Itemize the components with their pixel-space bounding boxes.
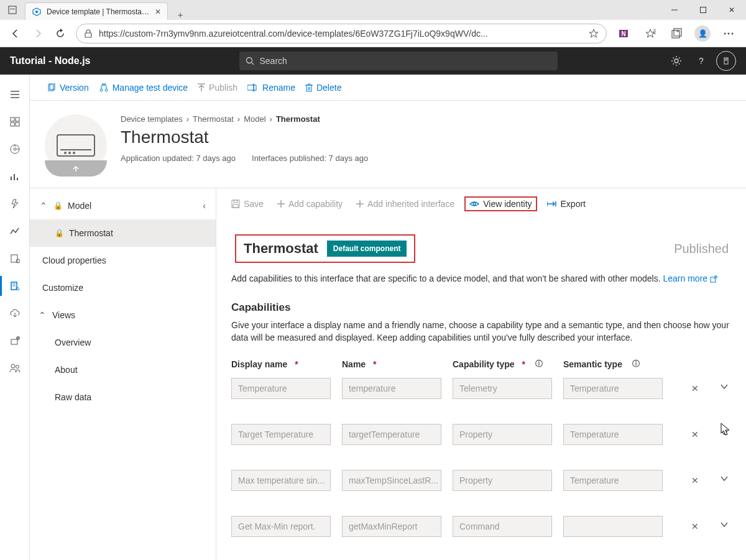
more-icon[interactable] bbox=[716, 24, 741, 43]
component-title: Thermostat bbox=[244, 241, 318, 257]
capability-semantic-type-field[interactable]: Temperature bbox=[563, 424, 663, 445]
export-button[interactable]: Export bbox=[543, 196, 589, 211]
browser-tab[interactable]: Device template | Thermostat, Tu ✕ bbox=[25, 2, 168, 20]
tree-about[interactable]: About bbox=[30, 356, 216, 383]
onenote-extension-icon[interactable]: N bbox=[612, 24, 637, 43]
rename-button[interactable]: Rename bbox=[245, 80, 298, 95]
url-box[interactable]: https://custom-7rn3ymv9nm.azureiotcentra… bbox=[76, 24, 607, 44]
tree-thermostat[interactable]: 🔒 Thermostat bbox=[30, 219, 216, 247]
rail-menu-icon[interactable] bbox=[0, 81, 30, 108]
svg-rect-45 bbox=[11, 339, 17, 344]
tree-cloud-properties[interactable]: Cloud properties bbox=[30, 247, 216, 274]
expand-row-icon[interactable] bbox=[720, 429, 732, 439]
account-icon[interactable] bbox=[716, 51, 736, 71]
collapse-panel-icon[interactable]: ‹ bbox=[203, 201, 206, 211]
remove-row-icon[interactable]: ✕ bbox=[689, 429, 701, 439]
capability-display-name-field[interactable]: Max temperature sin... bbox=[231, 470, 331, 491]
rail-admin-icon[interactable] bbox=[0, 327, 30, 354]
capability-display-name-field[interactable]: Get Max-Min report. bbox=[231, 516, 331, 537]
capability-display-name-field[interactable]: Target Temperature bbox=[231, 424, 331, 445]
delete-label: Delete bbox=[316, 83, 341, 93]
rail-devices-icon[interactable] bbox=[0, 135, 30, 163]
capability-capability-type-field[interactable]: Telemetry bbox=[453, 378, 552, 399]
save-label: Save bbox=[244, 199, 264, 209]
svg-point-55 bbox=[105, 89, 108, 91]
forward-button[interactable] bbox=[29, 24, 47, 43]
tab-title: Device template | Thermostat, Tu bbox=[47, 7, 150, 16]
expand-row-icon[interactable] bbox=[720, 521, 732, 531]
svg-point-21 bbox=[675, 59, 678, 63]
rail-export-icon[interactable] bbox=[0, 300, 30, 327]
capability-name-field[interactable]: targetTemperature bbox=[342, 424, 441, 445]
svg-point-54 bbox=[100, 89, 103, 91]
tree-model[interactable]: ⌃ 🔒 Model ‹ bbox=[30, 192, 216, 219]
capability-capability-type-field[interactable]: Command bbox=[453, 516, 552, 537]
refresh-button[interactable] bbox=[51, 24, 70, 43]
close-window-button[interactable]: ✕ bbox=[717, 0, 746, 20]
app-updated-text: Application updated: 7 days ago bbox=[121, 154, 236, 163]
tree-views[interactable]: ⌃ Views bbox=[30, 301, 216, 329]
expand-row-icon[interactable] bbox=[720, 383, 732, 393]
remove-row-icon[interactable]: ✕ bbox=[689, 383, 701, 393]
version-button[interactable]: Version bbox=[45, 80, 91, 95]
rail-dashboard-icon[interactable] bbox=[0, 108, 30, 135]
expand-row-icon[interactable] bbox=[720, 475, 732, 485]
capability-capability-type-field[interactable]: Property bbox=[453, 470, 552, 491]
remove-row-icon[interactable]: ✕ bbox=[689, 521, 701, 531]
capability-name-field[interactable]: temperature bbox=[342, 378, 441, 399]
svg-rect-1 bbox=[10, 9, 15, 9]
rail-users-icon[interactable] bbox=[0, 354, 30, 382]
rail-jobs-icon[interactable] bbox=[0, 245, 30, 272]
favorites-icon[interactable] bbox=[638, 24, 663, 43]
new-tab-button[interactable]: + bbox=[172, 10, 189, 20]
learn-more-link[interactable]: Learn more bbox=[663, 273, 717, 283]
capability-semantic-type-field[interactable]: Temperature bbox=[563, 470, 663, 491]
crumb-model[interactable]: Model bbox=[244, 114, 265, 124]
command-bar: Version Manage test device Publish Renam… bbox=[30, 75, 746, 101]
favorite-icon[interactable] bbox=[589, 29, 599, 39]
chevron-up-icon: ⌃ bbox=[39, 310, 47, 320]
row-actions: ✕ bbox=[689, 521, 732, 531]
svg-rect-70 bbox=[234, 200, 237, 203]
tree-overview[interactable]: Overview bbox=[30, 329, 216, 356]
crumb-thermostat[interactable]: Thermostat bbox=[193, 114, 234, 124]
capability-row: TemperaturetemperatureTelemetryTemperatu… bbox=[231, 378, 732, 399]
crumb-device-templates[interactable]: Device templates bbox=[121, 114, 183, 124]
manage-test-device-button[interactable]: Manage test device bbox=[96, 80, 190, 95]
tree-overview-label: Overview bbox=[55, 337, 91, 347]
capabilities-headers: Display name * Name * Capability type * … bbox=[231, 359, 732, 369]
help-icon[interactable]: ? bbox=[691, 51, 711, 71]
row-actions: ✕ bbox=[689, 429, 732, 439]
rail-analytics-icon[interactable] bbox=[0, 163, 30, 190]
view-identity-button[interactable]: View identity bbox=[464, 196, 536, 211]
delete-button[interactable]: Delete bbox=[303, 80, 344, 95]
capability-display-name-field[interactable]: Temperature bbox=[231, 378, 331, 399]
capability-name-field[interactable]: getMaxMinReport bbox=[342, 516, 441, 537]
component-header-row: Thermostat Default component Published bbox=[231, 229, 732, 268]
close-tab-icon[interactable]: ✕ bbox=[155, 7, 161, 16]
svg-rect-28 bbox=[11, 117, 14, 121]
rail-rules-icon[interactable] bbox=[0, 190, 30, 218]
capability-semantic-type-field[interactable]: Temperature bbox=[563, 378, 663, 399]
capability-row: Max temperature sin...maxTempSinceLastR.… bbox=[231, 470, 732, 491]
rail-chart-icon[interactable] bbox=[0, 218, 30, 245]
minimize-button[interactable] bbox=[660, 0, 689, 20]
tree-raw-data[interactable]: Raw data bbox=[30, 383, 216, 411]
settings-icon[interactable] bbox=[666, 51, 686, 71]
maximize-button[interactable] bbox=[689, 0, 717, 20]
info-icon[interactable]: ⓘ bbox=[535, 359, 543, 369]
capability-name-field[interactable]: maxTempSinceLastR... bbox=[342, 470, 441, 491]
search-box[interactable]: Search bbox=[239, 52, 558, 70]
remove-row-icon[interactable]: ✕ bbox=[689, 475, 701, 485]
capability-semantic-type-field[interactable] bbox=[563, 516, 663, 537]
collections-icon[interactable] bbox=[664, 24, 689, 43]
back-button[interactable] bbox=[6, 24, 25, 43]
site-info-icon[interactable] bbox=[84, 29, 93, 38]
rail-templates-icon[interactable] bbox=[0, 272, 30, 300]
capability-capability-type-field[interactable]: Property bbox=[453, 424, 552, 445]
info-icon[interactable]: ⓘ bbox=[632, 359, 640, 369]
tree-customize[interactable]: Customize bbox=[30, 274, 216, 301]
profile-avatar[interactable]: 👤 bbox=[690, 24, 715, 43]
lock-icon: 🔒 bbox=[53, 201, 63, 210]
tree-thermostat-label: Thermostat bbox=[69, 228, 113, 238]
